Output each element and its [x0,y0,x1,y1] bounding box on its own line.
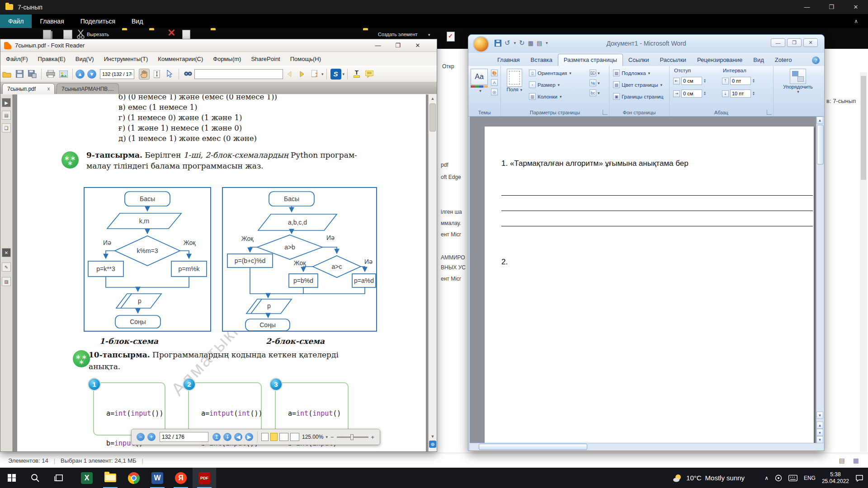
scroll-down-icon[interactable]: ▼ [816,412,823,419]
menu-comments[interactable]: Комментарии(C) [158,56,203,62]
size-button[interactable]: ▫Размер▾ [529,81,560,88]
line-numbers-icon[interactable]: № [590,80,596,86]
file-item-fragment[interactable]: ент Micr [441,276,461,282]
orientation-button[interactable]: ▯Ориентация▾ [529,70,571,76]
last-page-icon[interactable]: ↧ [223,433,231,441]
hscroll-thumb[interactable] [479,444,587,450]
save-all-icon[interactable] [27,69,38,80]
word-close-button[interactable]: ✕ [803,38,818,47]
tab-review[interactable]: Рецензирование [692,54,748,66]
doc-tab-inactive[interactable]: 7сыныпАРМАНПВ.... [57,83,119,94]
taskbar-excel[interactable]: X [75,468,99,488]
menu-help[interactable]: Помощь(Н) [290,56,321,62]
find-previous-icon[interactable] [284,69,295,80]
taskbar-word[interactable]: W [146,468,169,488]
search-button[interactable] [24,468,47,488]
file-item-fragment[interactable]: ілген ша [441,209,462,215]
export-image-icon[interactable] [58,69,69,80]
action-center-icon[interactable] [855,474,863,482]
menu-file[interactable]: Файл(F) [6,56,28,62]
thumbnails-view-icon[interactable]: ▦ [853,457,859,464]
continuous-facing-view-icon[interactable] [290,433,299,441]
taskbar-chrome[interactable] [122,468,146,488]
marquee-zoom-icon[interactable]: ⊕ [429,441,436,448]
ribbon-collapse-icon[interactable]: ∧ [854,18,858,24]
page-setup-dialog-launcher[interactable] [603,110,608,115]
foxit-minimize-button[interactable]: — [368,40,388,51]
explorer-maximize-button[interactable]: ❐ [819,0,844,14]
menu-forms[interactable]: Формы(m) [213,56,241,62]
word-maximize-button[interactable]: ❐ [787,38,802,47]
facing-view-icon[interactable] [279,433,288,441]
annotate-pen-icon[interactable]: ✎ [2,263,11,272]
browse-previous-icon[interactable]: ▲ [816,422,823,429]
margins-button[interactable]: Поля ▾ [505,69,524,92]
dropdown-caret-icon[interactable]: ▾ [321,72,324,76]
language-indicator[interactable]: ENG [804,475,816,481]
file-item-fragment[interactable]: pdf [441,162,448,168]
copy-icon[interactable] [43,30,51,40]
previous-view-icon[interactable]: ◀ [234,433,242,441]
zoom-slider-minus-icon[interactable]: − [330,434,334,441]
tray-status-icon[interactable] [775,474,782,482]
indent-right-field[interactable]: ⇥ ▲▼ [673,89,706,98]
help-icon[interactable]: ? [812,56,820,64]
foxit-s-logo-icon[interactable]: S [330,69,341,80]
page-transition-icon[interactable] [309,69,320,80]
hyphenation-icon[interactable]: bc [590,89,596,96]
menu-tools[interactable]: Инструменты(Т) [104,56,148,62]
save-icon[interactable] [14,69,25,80]
tab-insert[interactable]: Вставка [525,54,557,66]
taskbar-explorer[interactable] [99,468,122,488]
watermark-button[interactable]: ▨Подложка▾ [613,70,650,76]
taskbar-yandex[interactable]: Я [169,468,193,488]
panel-expand-icon[interactable]: ▶ [2,98,11,107]
print-icon[interactable] [45,69,56,80]
panel-close-icon[interactable]: ✕ [2,248,11,257]
zoom-slider[interactable] [337,436,368,438]
word-horizontal-scrollbar[interactable] [470,443,824,450]
breaks-icon[interactable]: ⌦ [590,70,596,76]
foxit-close-button[interactable]: ✕ [408,40,428,51]
tab-zotero[interactable]: Zotero [769,54,797,66]
start-button[interactable] [0,468,24,488]
text-select-icon[interactable] [151,69,162,80]
annotate-highlight-icon[interactable]: ▨ [2,277,11,286]
hand-tool-icon[interactable] [139,69,150,80]
menu-view[interactable]: Вид(V) [75,56,94,62]
dropdown-caret-icon[interactable]: ▾ [343,72,345,76]
word-page[interactable]: 1. «Тармақталған алгоритм» ұғымына анықт… [485,127,814,443]
columns-button[interactable]: ▥Колонки▾ [529,93,561,100]
word-vertical-scrollbar[interactable]: ▲ ▼ ▲ ● ▼ [816,117,824,443]
theme-fonts-icon[interactable]: A [491,79,498,86]
zoom-slider-plus-icon[interactable]: + [371,434,375,441]
bookmarks-panel-icon[interactable]: ▤ [2,111,11,120]
continuous-view-icon[interactable] [270,433,278,441]
select-annotation-icon[interactable] [164,69,175,80]
taskbar-foxit[interactable]: PDF [193,468,216,488]
word-minimize-button[interactable]: — [771,38,785,47]
foxit-maximize-button[interactable]: ❐ [388,40,408,51]
search-input[interactable] [194,69,283,79]
cut-label[interactable]: Вырезать [87,32,109,37]
explorer-tab-file[interactable]: Файл [0,14,32,28]
find-icon[interactable] [183,69,193,80]
select-browse-object-icon[interactable]: ● [816,429,823,436]
tab-page-layout[interactable]: Разметка страницы [558,54,623,66]
file-item-fragment[interactable]: ВНЫХ УС [441,264,466,271]
explorer-tab-home[interactable]: Главная [32,14,72,28]
scroll-thumb[interactable] [817,125,824,164]
highlight-text-icon[interactable]: T [351,69,362,80]
tab-references[interactable]: Ссылки [623,54,655,66]
paste-icon[interactable] [63,30,72,40]
theme-effects-icon[interactable]: ◎ [491,89,498,95]
file-item-fragment[interactable]: ент Micr [441,231,461,238]
explorer-close-button[interactable]: ✕ [844,0,868,14]
find-next-icon[interactable] [297,69,307,80]
hidden-icons-chevron-icon[interactable]: ∧ [764,475,769,481]
file-item-fragment[interactable]: АММИРО [441,254,465,261]
cut-scissors-icon[interactable] [77,29,85,39]
explorer-tab-share[interactable]: Поделиться [72,14,123,28]
rename-icon[interactable] [182,30,190,40]
task-view-button[interactable] [47,468,71,488]
